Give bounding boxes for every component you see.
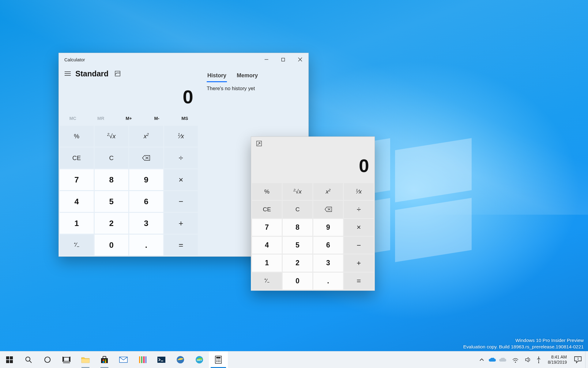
square-root-button[interactable]: 2√x [95, 126, 129, 147]
subtract-button[interactable]: − [164, 191, 198, 212]
stripes-icon [138, 356, 146, 364]
backspace-button[interactable] [129, 148, 163, 168]
compact-add-button[interactable]: + [344, 255, 374, 271]
negate-button[interactable]: +⁄− [60, 235, 94, 255]
tray-network-icon[interactable] [509, 351, 522, 368]
equals-button[interactable]: = [164, 235, 198, 255]
tray-cloud-icon[interactable] [498, 351, 507, 368]
compact-decimal-button[interactable]: . [313, 273, 343, 289]
compact-percent-button[interactable]: % [252, 183, 282, 200]
tray-onedrive-icon[interactable] [488, 351, 496, 368]
file-explorer-icon [81, 356, 90, 363]
keep-on-top-button[interactable] [112, 68, 123, 79]
show-desktop-button[interactable] [585, 351, 588, 368]
compact-multiply-button[interactable]: × [344, 219, 374, 236]
reciprocal-button[interactable]: 1⁄x [164, 126, 198, 147]
taskbar-edge-legacy[interactable] [171, 351, 190, 368]
calculator-icon [215, 356, 222, 364]
add-button[interactable]: + [164, 213, 198, 234]
close-button[interactable] [292, 53, 308, 66]
key-7[interactable]: 7 [60, 169, 94, 190]
window-title: Calculator [59, 57, 85, 62]
exit-compact-button[interactable] [254, 138, 265, 149]
compact-key-3[interactable]: 3 [313, 255, 343, 271]
svg-point-43 [216, 359, 217, 360]
taskbar-calculator[interactable] [209, 351, 228, 368]
maximize-button[interactable] [275, 53, 292, 66]
compact-negate-button[interactable]: +⁄− [252, 273, 282, 289]
svg-rect-29 [103, 361, 104, 363]
compact-equals-button[interactable]: = [344, 273, 374, 289]
compact-clear-entry-button[interactable]: CE [252, 201, 282, 218]
compact-key-4[interactable]: 4 [252, 237, 282, 254]
search-button[interactable] [19, 351, 38, 368]
key-5[interactable]: 5 [95, 191, 129, 212]
key-6[interactable]: 6 [129, 191, 163, 212]
compact-divide-button[interactable]: ÷ [344, 201, 374, 218]
hamburger-menu-button[interactable] [61, 67, 75, 81]
compact-key-9[interactable]: 9 [313, 219, 343, 236]
svg-rect-35 [145, 356, 146, 363]
svg-text:3: 3 [577, 357, 579, 361]
svg-point-51 [538, 362, 539, 363]
taskbar-microsoft-store[interactable] [95, 351, 114, 368]
decimal-button[interactable]: . [129, 235, 163, 255]
taskbar-terminal[interactable] [152, 351, 171, 368]
key-9[interactable]: 9 [129, 169, 163, 190]
chevron-up-icon [480, 358, 484, 361]
taskbar-file-explorer[interactable] [76, 351, 95, 368]
key-1[interactable]: 1 [60, 213, 94, 234]
compact-key-0[interactable]: 0 [283, 273, 312, 289]
compact-reciprocal-button[interactable]: 1⁄x [344, 183, 374, 200]
multiply-button[interactable]: × [164, 169, 198, 190]
tray-date: 8/19/2019 [548, 360, 567, 365]
task-view-icon [62, 357, 70, 363]
memory-minus-button[interactable]: M- [143, 112, 171, 125]
compact-key-5[interactable]: 5 [283, 237, 312, 254]
taskbar-edge-dev[interactable]: DEV [190, 351, 209, 368]
memory-plus-button[interactable]: M+ [115, 112, 143, 125]
taskbar-clock[interactable]: 8:41 AM 8/19/2019 [544, 351, 571, 368]
taskbar-empty-area[interactable] [228, 351, 476, 368]
clear-entry-button[interactable]: CE [60, 148, 94, 168]
clear-button[interactable]: C [95, 148, 129, 168]
tray-chevron-button[interactable] [477, 351, 486, 368]
tray-usb-icon[interactable] [534, 351, 543, 368]
compact-square-root-button[interactable]: 2√x [283, 183, 312, 200]
percent-button[interactable]: % [60, 126, 94, 147]
compact-key-6[interactable]: 6 [313, 237, 343, 254]
divide-button[interactable]: ÷ [164, 148, 198, 168]
compact-key-8[interactable]: 8 [283, 219, 312, 236]
memory-store-button[interactable]: MS [171, 112, 199, 125]
svg-rect-15 [10, 356, 13, 359]
svg-rect-16 [6, 360, 9, 363]
cortana-button[interactable] [38, 351, 57, 368]
compact-key-1[interactable]: 1 [252, 255, 282, 271]
tray-volume-icon[interactable] [524, 351, 533, 368]
compact-subtract-button[interactable]: − [344, 237, 374, 254]
svg-text:DEV: DEV [197, 359, 202, 362]
key-0[interactable]: 0 [95, 235, 129, 255]
action-center-button[interactable]: 3 [571, 351, 585, 368]
square-button[interactable]: x2 [129, 126, 163, 147]
compact-key-2[interactable]: 2 [283, 255, 312, 271]
key-3[interactable]: 3 [129, 213, 163, 234]
svg-rect-36 [157, 357, 165, 363]
task-view-button[interactable] [57, 351, 76, 368]
key-8[interactable]: 8 [95, 169, 129, 190]
taskbar-app-1[interactable] [133, 351, 152, 368]
memory-tab[interactable]: Memory [236, 70, 258, 81]
compact-key-7[interactable]: 7 [252, 219, 282, 236]
backspace-icon [142, 155, 150, 160]
key-4[interactable]: 4 [60, 191, 94, 212]
minimize-button[interactable] [258, 53, 275, 66]
titlebar[interactable]: Calculator [59, 53, 308, 66]
start-button[interactable] [0, 351, 19, 368]
compact-clear-button[interactable]: C [283, 201, 312, 218]
history-tab[interactable]: History [207, 70, 227, 81]
compact-backspace-button[interactable] [313, 201, 343, 218]
taskbar-mail[interactable] [114, 351, 133, 368]
compact-square-button[interactable]: x2 [313, 183, 343, 200]
taskbar: DEV 8:41 AM 8/19/2019 3 [0, 351, 588, 368]
key-2[interactable]: 2 [95, 213, 129, 234]
